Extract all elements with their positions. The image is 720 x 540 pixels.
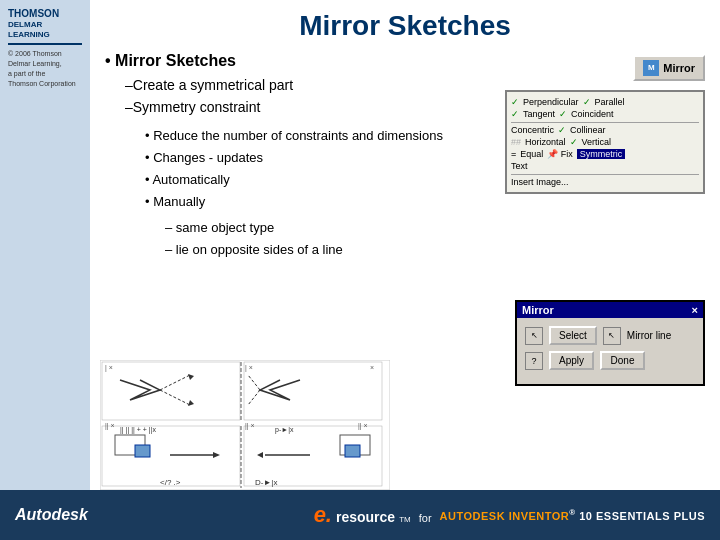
constraint-row-text: Text xyxy=(511,160,699,172)
constraint-row-tan: ✓ Tangent ✓ Coincident xyxy=(511,108,699,120)
eresource-resource: resource xyxy=(336,509,395,525)
nested-bullet-3: • Manually xyxy=(145,191,705,213)
bottom-text: AUTODESK INVENTOR® 10 ESSENTIALS PLUS xyxy=(440,508,705,522)
label-vertical: Vertical xyxy=(582,137,612,147)
svg-rect-16 xyxy=(345,445,360,457)
mirror-dialog: Mirror × ↖ Select ↖ Mirror line ? Apply … xyxy=(515,300,705,386)
autodesk-inventor-text: AUTODESK INVENTOR xyxy=(440,510,570,522)
logo-area: THOMSON DELMAR LEARNING © 2006 Thomson D… xyxy=(8,8,82,88)
svg-text:×: × xyxy=(370,364,374,371)
eresource-for: for xyxy=(419,512,432,524)
sketch-svg: || || || + + ||x p-►|x </? .> D-►|x | × … xyxy=(100,360,390,490)
svg-text:| ×: | × xyxy=(105,364,113,372)
hash-horizontal: ## xyxy=(511,137,521,147)
label-insert-image: Insert Image... xyxy=(511,177,569,187)
label-horizontal: Horizontal xyxy=(525,137,566,147)
done-button[interactable]: Done xyxy=(600,351,645,370)
eresource-logo: e. resource TM for xyxy=(314,502,432,528)
deeper-bullet-0: – same object type xyxy=(165,217,705,239)
constraint-row-insert: Insert Image... xyxy=(511,174,699,188)
mirror-toolbar-button[interactable]: M Mirror xyxy=(633,55,705,81)
constraint-row-perp: ✓ Perpendicular ✓ Parallel xyxy=(511,96,699,108)
label-collinear: Collinear xyxy=(570,125,606,135)
constraint-row-equal: = Equal 📌 Fix Symmetric xyxy=(511,148,699,160)
deeper-bullets: – same object type – lie on opposite sid… xyxy=(165,217,705,261)
sidebar: THOMSON DELMAR LEARNING © 2006 Thomson D… xyxy=(0,0,90,490)
delmar-logo: DELMAR LEARNING xyxy=(8,20,82,39)
mirror-line-cursor-icon: ↖ xyxy=(603,327,621,345)
mirror-toolbar-label: Mirror xyxy=(663,62,695,74)
constraint-row-horiz: ## Horizontal ✓ Vertical xyxy=(511,136,699,148)
svg-text:|| ||  || + + ||x: || || || + + ||x xyxy=(120,426,156,434)
label-parallel: Parallel xyxy=(595,97,625,107)
mirror-toolbar-icon: M xyxy=(643,60,659,76)
check-perp: ✓ xyxy=(511,97,519,107)
label-symmetric: Symmetric xyxy=(577,149,626,159)
apply-button[interactable]: Apply xyxy=(549,351,594,370)
page-title: Mirror Sketches xyxy=(105,10,705,42)
main-bullet: • Mirror Sketches xyxy=(105,52,705,70)
mirror-dialog-title: Mirror xyxy=(522,304,554,316)
sketch-diagram: || || || + + ||x p-►|x </? .> D-►|x | × … xyxy=(100,360,390,490)
label-fix: 📌 Fix xyxy=(547,149,573,159)
bottom-bar: Autodesk e. resource TM for AUTODESK INV… xyxy=(0,490,720,540)
label-equal: = xyxy=(511,149,516,159)
bottom-right-section: e. resource TM for AUTODESK INVENTOR® 10… xyxy=(314,502,705,528)
eresource-tm: TM xyxy=(399,515,411,524)
copyright-text: © 2006 Thomson Delmar Learning, a part o… xyxy=(8,49,82,88)
label-coincident: Coincident xyxy=(571,109,614,119)
label-tangent: Tangent xyxy=(523,109,555,119)
check-vertical: ✓ xyxy=(570,137,578,147)
dialog-row-apply-done: ? Apply Done xyxy=(525,351,695,370)
svg-text:</? .>: </? .> xyxy=(160,478,181,487)
svg-text:|| ×: || × xyxy=(105,422,115,430)
thomson-logo: THOMSON xyxy=(8,8,82,20)
check-coincident: ✓ xyxy=(559,109,567,119)
essentials-text: 10 ESSENTIALS PLUS xyxy=(576,510,705,522)
check-tangent: ✓ xyxy=(511,109,519,119)
label-equal-text: Equal xyxy=(520,149,543,159)
select-cursor-icon: ↖ xyxy=(525,327,543,345)
label-concentric: Concentric xyxy=(511,125,554,135)
mirror-line-label: Mirror line xyxy=(627,330,671,341)
svg-rect-13 xyxy=(135,445,150,457)
mirror-dialog-titlebar: Mirror × xyxy=(517,302,703,318)
svg-text:|| ×: || × xyxy=(245,422,255,430)
check-collinear: ✓ xyxy=(558,125,566,135)
svg-text:p-►|x: p-►|x xyxy=(275,426,294,434)
constraints-panel: ✓ Perpendicular ✓ Parallel ✓ Tangent ✓ C… xyxy=(505,90,705,194)
autodesk-logo: Autodesk xyxy=(15,506,88,524)
constraint-row-conc: Concentric ✓ Collinear xyxy=(511,122,699,136)
check-parallel: ✓ xyxy=(583,97,591,107)
deeper-bullet-1: – lie on opposite sides of a line xyxy=(165,239,705,261)
select-button[interactable]: Select xyxy=(549,326,597,345)
dialog-icon-small: ? xyxy=(525,352,543,370)
eresource-e: e. xyxy=(314,502,332,528)
svg-text:D-►|x: D-►|x xyxy=(255,478,277,487)
label-perpendicular: Perpendicular xyxy=(523,97,579,107)
logo-divider xyxy=(8,43,82,45)
dialog-row-select: ↖ Select ↖ Mirror line xyxy=(525,326,695,345)
mirror-dialog-body: ↖ Select ↖ Mirror line ? Apply Done xyxy=(517,318,703,384)
label-text-constraint: Text xyxy=(511,161,528,171)
svg-text:| ×: | × xyxy=(245,364,253,372)
mirror-dialog-close[interactable]: × xyxy=(692,304,698,316)
svg-text:|| ×: || × xyxy=(358,422,368,430)
